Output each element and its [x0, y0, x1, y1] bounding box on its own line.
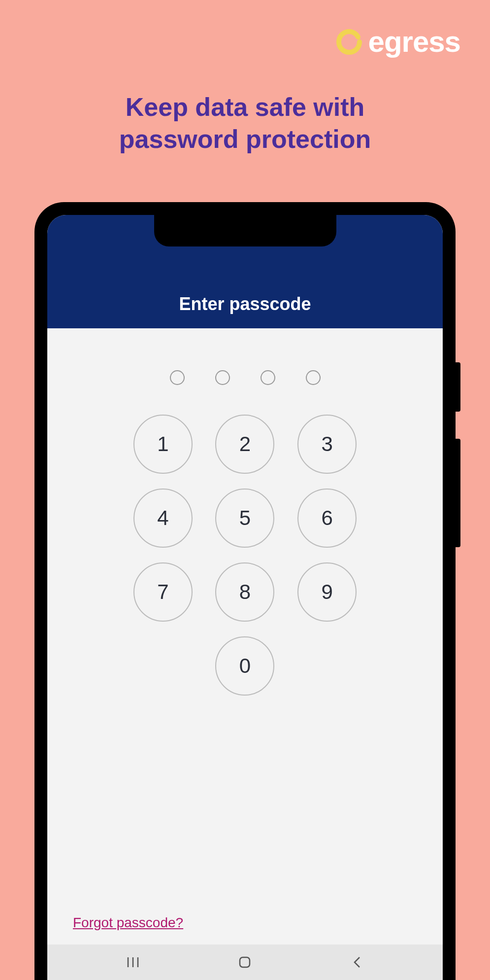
- promo-headline: Keep data safe with password protection: [0, 91, 490, 155]
- nav-home-icon[interactable]: [235, 952, 255, 972]
- forgot-passcode-link[interactable]: Forgot passcode?: [73, 915, 183, 931]
- brand-logo: egress: [336, 25, 460, 59]
- passcode-dot-2: [215, 370, 230, 385]
- passcode-dots: [47, 370, 443, 385]
- svg-rect-3: [240, 957, 250, 967]
- passcode-dot-4: [306, 370, 321, 385]
- keypad-6[interactable]: 6: [297, 489, 357, 548]
- keypad-0[interactable]: 0: [215, 636, 274, 696]
- keypad-1[interactable]: 1: [133, 415, 193, 474]
- phone-screen: Enter passcode 1 2 3 4 5 6 7 8 9 0 Forgo…: [47, 215, 443, 980]
- egress-logo-icon: [336, 29, 362, 55]
- keypad-3[interactable]: 3: [297, 415, 357, 474]
- keypad-9[interactable]: 9: [297, 562, 357, 622]
- phone-volume-button: [456, 439, 460, 547]
- keypad-4[interactable]: 4: [133, 489, 193, 548]
- passcode-dot-3: [261, 370, 275, 385]
- nav-back-icon[interactable]: [347, 952, 367, 972]
- phone-notch: [154, 215, 336, 246]
- keypad-5[interactable]: 5: [215, 489, 274, 548]
- brand-name: egress: [368, 25, 460, 59]
- android-nav-bar: [47, 945, 443, 980]
- keypad-7[interactable]: 7: [133, 562, 193, 622]
- phone-power-button: [456, 362, 460, 412]
- phone-frame: Enter passcode 1 2 3 4 5 6 7 8 9 0 Forgo…: [34, 202, 456, 980]
- headline-line-1: Keep data safe with: [126, 93, 364, 121]
- headline-line-2: password protection: [119, 125, 371, 153]
- keypad-2[interactable]: 2: [215, 415, 274, 474]
- nav-recent-icon[interactable]: [123, 952, 143, 972]
- keypad: 1 2 3 4 5 6 7 8 9 0: [130, 415, 361, 696]
- keypad-8[interactable]: 8: [215, 562, 274, 622]
- passcode-dot-1: [170, 370, 185, 385]
- screen-title: Enter passcode: [179, 294, 311, 315]
